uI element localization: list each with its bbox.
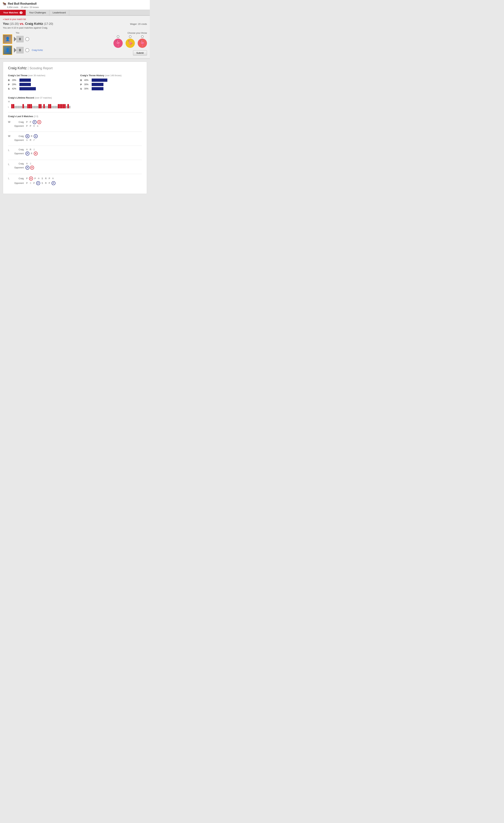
throw-token: P (33, 182, 35, 184)
throw-token: P (48, 182, 51, 184)
bar-row: P 30% (80, 83, 142, 86)
craig-throws: Craig P R P R S R P R (13, 177, 142, 180)
record: 15 wins / 20 losses (21, 6, 39, 9)
paper-img: 🦩 (125, 38, 135, 48)
record-bar-loss (53, 106, 54, 108)
match-result: L Craig R R S Opponent P R R (8, 148, 142, 156)
last5-section: Craig's Last 5 Matches (2-3) W Craig P P… (8, 115, 142, 186)
throw-token: P (25, 121, 28, 123)
wager: Wager: 20 creds (130, 23, 147, 25)
throw-token: S (34, 134, 38, 138)
rock-img: 🦩 (113, 38, 123, 48)
bar-track (19, 78, 31, 82)
bar-label: P (80, 83, 83, 86)
throw-token: R (44, 177, 47, 180)
record-bar-win (43, 104, 45, 108)
record-bar-loss (21, 106, 22, 108)
opp-throws: Opponent P R (13, 166, 142, 170)
throw-token: R (33, 125, 35, 127)
opp-avatar: 👤 (3, 45, 12, 55)
lifetime-section: Craig's Lifetime Record (over 37 matches… (8, 97, 142, 108)
opp-label: Opponent (13, 125, 24, 127)
throws-col: Craig R R S Opponent S R P (13, 134, 142, 142)
record-bar-loss (26, 106, 27, 108)
you-radio[interactable] (25, 37, 29, 41)
score-arrow-opp (14, 48, 16, 53)
bar-row: S 42% (8, 87, 69, 90)
submit-button[interactable]: Submit (133, 50, 147, 55)
throw-paper-option[interactable]: 🦩 (125, 35, 135, 48)
record-bar-win (64, 104, 66, 108)
opp-row-wrap: 👤 0 Craig Kohtz (3, 45, 43, 55)
scouting-card: Craig Kohtz | Scouting Report Craig's 1s… (3, 61, 147, 194)
craig-label: Craig (13, 177, 24, 180)
throw-token: S (36, 125, 39, 127)
result-outcome: L (8, 177, 13, 186)
record-bar-win (30, 104, 32, 108)
throw-token: S (41, 177, 44, 180)
you-row-label: You (16, 32, 43, 34)
submit-row: Submit (113, 50, 147, 55)
throw-token: P (25, 152, 29, 156)
last5-heading: Craig's Last 5 Matches (2-3) (8, 115, 142, 118)
opp-row: 👤 0 Craig Kohtz (3, 45, 43, 55)
app-title-text: Red Bull Roshambull (8, 2, 37, 5)
bar-pct: 30% (84, 88, 90, 90)
throw-token: P (36, 181, 40, 185)
throw-token: R (51, 177, 54, 180)
scouting-name: Craig Kohtz (8, 66, 27, 70)
throw-token: R (37, 120, 41, 124)
bar-row: R 29% (8, 78, 69, 82)
record-bar-win (38, 104, 40, 108)
past-record: You are 4-10 in past matches against Cra… (3, 26, 147, 29)
paper-radio[interactable] (129, 35, 132, 38)
bar-pct: 42% (12, 88, 18, 90)
record-bar-loss (24, 106, 25, 108)
tab-challenges[interactable]: Your Challenges (26, 10, 49, 15)
throw-token: R (34, 152, 38, 156)
bar-label: S (80, 88, 83, 90)
throw-history-bars: R 40% P 30% S 30% (80, 78, 142, 90)
players-col: You 👤 0 👤 (3, 32, 43, 55)
throw-rock-option[interactable]: 🦩 (113, 35, 123, 48)
throw-token: R (30, 152, 33, 155)
throw-token: P (48, 177, 51, 180)
record-bar-win (13, 104, 14, 108)
match-result: W Craig R R S Opponent S R P (8, 134, 142, 142)
throw-token: P (29, 121, 32, 123)
throw-token: S (29, 162, 32, 165)
back-link[interactable]: « back to your match list (3, 18, 26, 20)
match-section: « back to your match list You (15-20) vs… (0, 16, 150, 59)
you-label: You (3, 22, 9, 25)
craig-label: Craig (13, 162, 24, 165)
throw-token: P (34, 177, 37, 180)
tab-leaderboard[interactable]: Leaderboard (49, 10, 69, 15)
bar-track (19, 87, 36, 90)
throw-token: R (44, 182, 47, 184)
throw-token: R (30, 166, 34, 170)
match-divider (8, 160, 142, 160)
bar-pct: 29% (12, 79, 18, 81)
bar-pct: 40% (84, 79, 90, 81)
record-bar-win (67, 104, 69, 108)
you-record: (15-20) (10, 22, 19, 25)
rock-radio[interactable] (117, 35, 119, 38)
throws-col: Craig P R P R S R P R Opponent P S P P S… (13, 177, 142, 186)
throw-token: P (25, 182, 28, 184)
throw-token: R (30, 135, 33, 138)
opp-throws: Opponent P R R (13, 152, 142, 156)
creds: 6,854 creds (7, 6, 18, 9)
app-subtitle: 6,854 creds 15 wins / 20 losses (7, 6, 147, 9)
record-bar-loss (66, 106, 67, 108)
record-bar-loss (42, 106, 43, 108)
record-bar-win (29, 104, 30, 108)
record-bar-loss (14, 106, 16, 108)
scissors-radio[interactable] (141, 35, 144, 38)
tab-matches[interactable]: Your Matches 3 (0, 10, 26, 15)
throw-scissors-option[interactable]: 🦩 (138, 35, 147, 48)
opp-label: Opponent (13, 139, 24, 141)
record-bar-win (58, 104, 59, 108)
opp-link[interactable]: Craig Kohtz (32, 49, 43, 51)
match-result: W Craig P P P R Opponent P P R S (8, 120, 142, 128)
app-title: 🐂 Red Bull Roshambull (2, 2, 147, 6)
